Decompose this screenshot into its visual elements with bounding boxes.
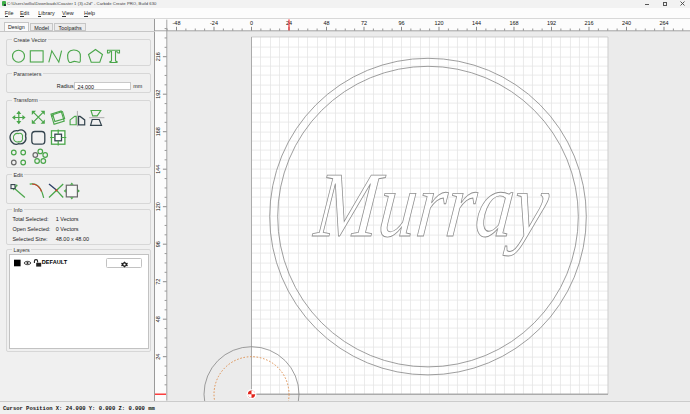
svg-text:72: 72 <box>361 20 367 26</box>
svg-text:264: 264 <box>659 20 668 26</box>
svg-text:192: 192 <box>547 20 556 26</box>
svg-text:168: 168 <box>155 128 161 137</box>
svg-text:216: 216 <box>155 53 161 62</box>
svg-text:240: 240 <box>622 20 631 26</box>
svg-text:72: 72 <box>155 279 161 285</box>
svg-text:144: 144 <box>155 165 161 174</box>
svg-text:96: 96 <box>398 20 404 26</box>
svg-text:192: 192 <box>155 90 161 99</box>
svg-text:-48: -48 <box>173 20 181 26</box>
svg-text:120: 120 <box>434 20 443 26</box>
svg-text:24: 24 <box>155 354 161 360</box>
svg-text:48: 48 <box>155 317 161 323</box>
svg-text:0: 0 <box>250 20 253 26</box>
svg-text:144: 144 <box>472 20 481 26</box>
svg-text:48: 48 <box>323 20 329 26</box>
svg-text:96: 96 <box>155 242 161 248</box>
svg-text:120: 120 <box>155 203 161 212</box>
svg-text:-24: -24 <box>210 20 218 26</box>
svg-text:Murray: Murray <box>309 153 554 256</box>
svg-text:216: 216 <box>584 20 593 26</box>
svg-text:168: 168 <box>509 20 518 26</box>
